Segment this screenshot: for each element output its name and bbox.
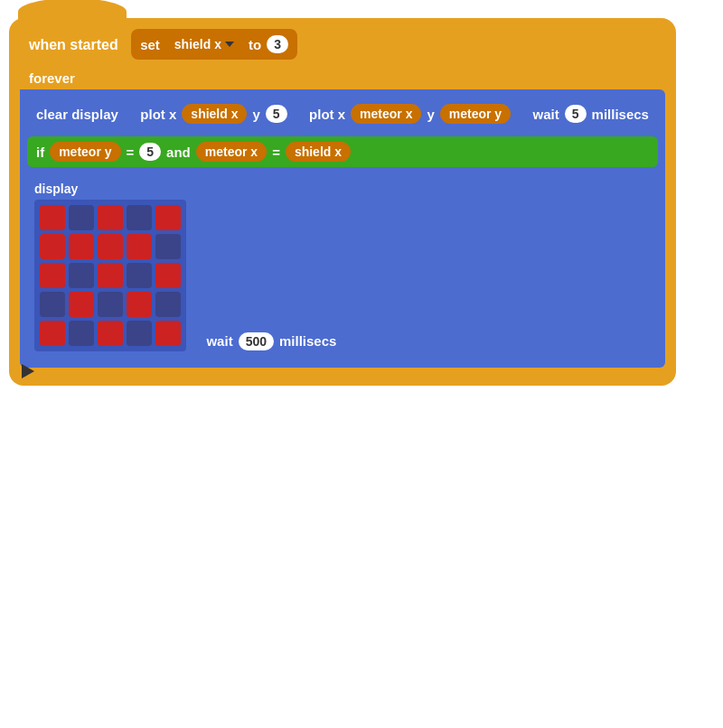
wait1-val[interactable]: 5 bbox=[565, 105, 587, 123]
shield-x-dropdown[interactable]: shield x bbox=[165, 34, 243, 54]
display-block: display bbox=[27, 174, 193, 359]
cell-red bbox=[98, 205, 123, 230]
cell-red bbox=[127, 292, 152, 317]
plot-x-shield-block[interactable]: plot x shield x y 5 bbox=[131, 98, 296, 129]
cell-red bbox=[155, 321, 181, 346]
cell-red bbox=[69, 292, 94, 317]
hat-bump bbox=[18, 0, 127, 25]
clear-display-label: clear display bbox=[36, 107, 118, 122]
wait-2-block[interactable]: wait 500 millisecs bbox=[197, 326, 345, 357]
display-row bbox=[40, 205, 181, 230]
plot-x-meteor-block[interactable]: plot x meteor x y meteor y bbox=[300, 98, 520, 129]
meteor-y-pill-1[interactable]: meteor y bbox=[440, 104, 511, 124]
outer-container: when started set shield x to 3 forever c… bbox=[9, 18, 676, 386]
cell-dark bbox=[127, 321, 152, 346]
forever-label: forever bbox=[20, 67, 84, 89]
plot-y1-val[interactable]: 5 bbox=[266, 105, 287, 123]
display-label: display bbox=[34, 182, 186, 196]
to-label: to bbox=[249, 37, 261, 52]
eq2-label: = bbox=[272, 145, 280, 160]
cell-red bbox=[69, 234, 94, 259]
cell-red bbox=[155, 263, 181, 288]
display-grid bbox=[34, 200, 186, 351]
cell-red bbox=[40, 205, 65, 230]
cell-dark bbox=[98, 292, 123, 317]
set-label: set bbox=[140, 37, 160, 52]
display-row bbox=[40, 321, 181, 346]
when-started-block[interactable]: when started bbox=[20, 33, 127, 58]
clear-display-block[interactable]: clear display bbox=[27, 98, 127, 129]
cell-red bbox=[98, 234, 123, 259]
cell-dark bbox=[69, 321, 94, 346]
cell-dark bbox=[69, 205, 94, 230]
meteor-y-val[interactable]: 5 bbox=[139, 143, 161, 161]
cell-dark bbox=[155, 292, 181, 317]
cell-dark bbox=[127, 205, 152, 230]
cell-red bbox=[40, 263, 65, 288]
cell-dark bbox=[155, 234, 181, 259]
meteor-y-cond-pill[interactable]: meteor y bbox=[50, 142, 120, 162]
cell-red bbox=[98, 321, 123, 346]
cell-dark bbox=[40, 292, 65, 317]
display-row bbox=[40, 263, 181, 288]
forever-inner: clear display plot x shield x y 5 plot x… bbox=[20, 89, 665, 368]
if-block[interactable]: if meteor y = 5 and meteor x = shield x bbox=[27, 136, 658, 167]
and-label: and bbox=[166, 145, 191, 160]
cell-red bbox=[127, 234, 152, 259]
set-value-bubble[interactable]: 3 bbox=[267, 35, 288, 53]
dropdown-arrow-icon bbox=[225, 42, 234, 47]
scratch-blocks: when started set shield x to 3 forever c… bbox=[9, 18, 676, 386]
meteor-x-pill-1[interactable]: meteor x bbox=[351, 104, 421, 124]
cell-red bbox=[40, 234, 65, 259]
set-block[interactable]: set shield x to 3 bbox=[131, 29, 297, 60]
display-row bbox=[40, 292, 181, 317]
eq1-label: = bbox=[127, 145, 135, 160]
run-arrow-icon[interactable] bbox=[22, 364, 34, 378]
shield-x-cond-pill[interactable]: shield x bbox=[286, 142, 351, 162]
meteor-x-cond-pill[interactable]: meteor x bbox=[196, 142, 267, 162]
wait-1-block[interactable]: wait 5 millisecs bbox=[524, 98, 658, 129]
display-row bbox=[40, 234, 181, 259]
forever-block: forever clear display plot x shield x y … bbox=[20, 67, 665, 368]
when-started-label: when started bbox=[29, 37, 118, 52]
cell-red bbox=[155, 205, 181, 230]
wait2-val[interactable]: 500 bbox=[239, 332, 274, 350]
cell-dark bbox=[127, 263, 152, 288]
cell-red bbox=[40, 321, 65, 346]
shield-x-pill-1[interactable]: shield x bbox=[182, 104, 247, 124]
cell-red bbox=[98, 263, 123, 288]
cell-dark bbox=[69, 263, 94, 288]
